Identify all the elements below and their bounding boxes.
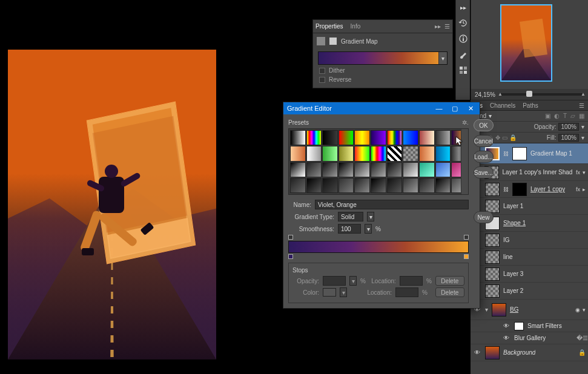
layer-name[interactable]: Blur Gallery — [514, 335, 546, 341]
new-button[interactable]: New — [474, 211, 494, 223]
layer-name[interactable]: Layer 1 copy's Inner Shadow — [503, 169, 572, 176]
layer-name[interactable]: Shape 1 — [503, 220, 526, 226]
dialog-titlebar[interactable]: Gradient Editor ― ▢ ✕ — [283, 102, 480, 114]
zoom-value[interactable]: 24,15% — [475, 91, 495, 98]
color-stop-track[interactable] — [288, 254, 469, 260]
dither-checkbox[interactable]: Dither — [313, 66, 452, 75]
preset-swatch[interactable] — [306, 130, 322, 145]
opacity-stop[interactable] — [288, 235, 293, 240]
preset-swatch[interactable] — [354, 178, 370, 193]
layer-name[interactable]: IG — [503, 237, 510, 243]
preset-swatch[interactable] — [435, 130, 451, 145]
filter-type-icon[interactable]: T — [563, 113, 567, 119]
layer-name[interactable]: Layer 2 — [503, 287, 523, 294]
stop-opacity-input[interactable] — [323, 276, 346, 286]
fx-chevron-icon[interactable]: ▸ — [583, 186, 586, 192]
preset-swatch[interactable] — [339, 162, 354, 177]
preset-swatch[interactable] — [339, 146, 354, 161]
dropdown-icon[interactable]: ▾ — [367, 212, 374, 221]
filter-adjust-icon[interactable]: ◐ — [554, 113, 560, 119]
layer-name[interactable]: Layer 1 copy — [530, 186, 565, 192]
fx-chevron-icon[interactable]: ▾ — [583, 169, 586, 176]
reverse-checkbox[interactable]: Reverse — [313, 75, 452, 84]
preset-swatch[interactable] — [290, 178, 306, 193]
dropdown-icon[interactable]: ▾ — [365, 224, 372, 234]
lock-icon[interactable]: 🔒 — [578, 349, 586, 356]
preset-swatch[interactable] — [306, 178, 322, 193]
preset-swatch[interactable] — [419, 130, 435, 145]
preset-swatch[interactable] — [290, 130, 306, 145]
maximize-button[interactable]: ▢ — [449, 104, 460, 113]
fx-badge[interactable]: fx — [576, 186, 580, 192]
minimize-button[interactable]: ― — [434, 104, 444, 113]
preset-swatch[interactable] — [371, 178, 386, 193]
preset-swatch[interactable] — [387, 130, 403, 145]
preset-swatch[interactable] — [387, 162, 403, 177]
filter-options-icon[interactable]: �☰ — [576, 335, 588, 341]
preset-swatch[interactable] — [339, 130, 354, 145]
preset-swatch[interactable] — [419, 146, 435, 161]
preset-menu-icon[interactable]: ✲. — [462, 119, 469, 126]
preset-swatch[interactable] — [371, 146, 386, 161]
preset-swatch[interactable] — [387, 178, 403, 193]
visibility-icon[interactable]: 👁 — [473, 349, 481, 357]
expand-icon[interactable]: ▾ — [485, 306, 488, 313]
document-canvas[interactable] — [8, 50, 216, 359]
filter-mask-thumbnail[interactable] — [514, 322, 524, 330]
lock-all-icon[interactable]: 🔒 — [509, 134, 517, 141]
preset-swatch[interactable] — [306, 146, 322, 161]
tab-info[interactable]: Info — [351, 23, 361, 30]
visibility-icon[interactable]: 👁 — [502, 322, 510, 330]
preset-swatch[interactable] — [403, 178, 418, 193]
delete-stop-button[interactable]: Delete — [435, 287, 464, 297]
collapse-icon[interactable]: ▸▸ — [458, 2, 468, 12]
preset-swatch[interactable] — [371, 130, 386, 145]
stop-location-input[interactable] — [400, 276, 423, 286]
smoothness-input[interactable]: 100 — [338, 224, 361, 234]
preset-swatch[interactable] — [322, 162, 338, 177]
opacity-value[interactable]: 100% — [558, 123, 579, 131]
tab-channels[interactable]: Channels — [490, 102, 515, 109]
filter-shape-icon[interactable]: ▱ — [570, 113, 575, 119]
layer-name[interactable]: Background — [503, 349, 535, 356]
delete-stop-button[interactable]: Delete — [435, 276, 464, 286]
visibility-icon[interactable]: 👁 — [502, 334, 510, 343]
load-button[interactable]: Load... — [474, 151, 494, 163]
opacity-stop[interactable] — [464, 235, 469, 240]
layer-name[interactable]: Gradient Map 1 — [530, 150, 572, 157]
preset-swatch[interactable] — [435, 146, 451, 161]
info-icon[interactable] — [458, 34, 468, 44]
fx-chevron-icon[interactable]: ▾ — [583, 307, 586, 313]
fill-value[interactable]: 100% — [558, 134, 579, 142]
preset-swatch[interactable] — [419, 178, 435, 193]
save-button[interactable]: Save... — [474, 166, 494, 179]
stop-color-swatch[interactable] — [323, 288, 336, 297]
preset-swatch[interactable] — [354, 162, 370, 177]
preset-swatch[interactable] — [371, 162, 386, 177]
name-input[interactable]: Violet, Orange — [315, 200, 469, 209]
preset-swatch[interactable] — [435, 178, 451, 193]
preset-swatch[interactable] — [419, 162, 435, 177]
smart-visibility-icon[interactable]: ◉ — [575, 307, 580, 313]
history-icon[interactable] — [458, 18, 468, 28]
layer-row[interactable]: 👁 Background 🔒 — [471, 344, 588, 361]
mask-thumbnail[interactable] — [512, 147, 527, 160]
layer-name[interactable]: Layer 1 — [503, 203, 523, 209]
brush-icon[interactable] — [458, 50, 468, 59]
filter-smart-icon[interactable]: ▦ — [579, 113, 584, 119]
tab-properties[interactable]: Properties — [315, 23, 343, 30]
layer-thumbnail[interactable] — [492, 303, 506, 317]
lock-artboard-icon[interactable]: ▭ — [502, 134, 507, 141]
preset-swatch[interactable] — [354, 146, 370, 161]
navigator-thumbnail[interactable] — [500, 4, 552, 82]
mask-thumbnail[interactable] — [512, 183, 527, 196]
preset-scrollbar[interactable] — [461, 129, 468, 194]
layer-name[interactable]: BG — [510, 306, 518, 313]
cancel-button[interactable]: Cancel — [474, 135, 494, 147]
lock-position-icon[interactable]: ✥ — [495, 134, 500, 141]
preset-swatch[interactable] — [354, 130, 370, 145]
preset-swatch[interactable] — [290, 162, 306, 177]
preset-swatch[interactable] — [403, 146, 418, 161]
swatches-icon[interactable] — [458, 65, 468, 75]
layer-thumbnail[interactable] — [485, 346, 500, 359]
